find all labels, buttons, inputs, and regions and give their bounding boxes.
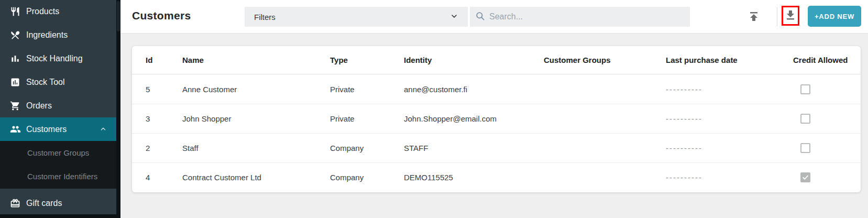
customers-table-card: Id Name Type Identity Customer Groups La… [132, 46, 861, 192]
sidebar-item-label: Orders [26, 101, 52, 111]
search-input[interactable] [489, 12, 667, 21]
sidebar-item-customer-identifiers[interactable]: Customer Identifiers [0, 165, 116, 188]
sidebar-item-label: Customer Identifiers [27, 172, 97, 181]
utensils-crossed-icon [9, 29, 21, 41]
credit-allowed-checkbox[interactable] [800, 172, 810, 182]
sidebar: Products Ingredients Stock Handling Stoc… [0, 0, 116, 218]
upload-button[interactable] [746, 9, 762, 25]
search-box [470, 7, 690, 27]
sidebar-item-label: Gift cards [26, 199, 62, 208]
sidebar-item-ingredients[interactable]: Ingredients [0, 23, 116, 47]
cell-identity: DEMO115525 [404, 173, 544, 182]
cell-last-purchase-date: ---------- [666, 114, 793, 123]
restaurant-icon [9, 6, 21, 17]
column-header-id: Id [146, 56, 182, 64]
cell-id: 4 [146, 173, 182, 182]
filters-dropdown[interactable]: Filters [245, 7, 468, 27]
table-row[interactable]: 2 Staff Company STAFF ---------- [132, 133, 861, 162]
sidebar-item-customers[interactable]: Customers [0, 117, 116, 141]
cell-type: Company [330, 173, 404, 182]
cell-id: 3 [146, 114, 182, 123]
page-title: Customers [132, 9, 191, 22]
cell-type: Private [330, 85, 404, 94]
shopping-cart-icon [9, 100, 21, 112]
sidebar-scrollbar-track[interactable] [116, 0, 120, 218]
people-icon [9, 124, 21, 135]
chevron-up-icon [100, 125, 107, 135]
cell-name: Contract Customer Ltd [182, 173, 330, 182]
sidebar-item-label: Stock Handling [26, 54, 83, 63]
table-row[interactable]: 3 John Shopper Private John.Shopper@emai… [132, 104, 861, 133]
cell-identity: anne@customer.fi [404, 85, 544, 94]
cell-identity: STAFF [404, 144, 544, 152]
table-header-row: Id Name Type Identity Customer Groups La… [132, 46, 861, 74]
add-new-button[interactable]: +ADD NEW [808, 6, 861, 27]
cell-type: Private [330, 114, 404, 123]
bar-chart-icon [9, 53, 21, 64]
sidebar-item-stock-tool[interactable]: Stock Tool [0, 70, 116, 94]
sidebar-item-orders[interactable]: Orders [0, 94, 116, 117]
column-header-identity: Identity [404, 56, 544, 64]
chevron-down-icon [450, 12, 458, 22]
column-header-name: Name [182, 56, 330, 64]
download-icon [784, 9, 797, 23]
download-button[interactable] [783, 8, 798, 24]
cell-id: 2 [146, 144, 182, 152]
gift-card-icon [9, 198, 21, 209]
column-header-customer-groups: Customer Groups [544, 56, 666, 64]
annotation-highlight-box [782, 6, 799, 26]
table-row[interactable]: 5 Anne Customer Private anne@customer.fi… [132, 74, 861, 104]
credit-allowed-checkbox[interactable] [800, 143, 810, 153]
cell-identity: John.Shopper@email.com [404, 114, 544, 123]
topbar: Customers Filters [120, 0, 868, 34]
toolbar-divider [777, 7, 777, 26]
cell-name: Staff [182, 144, 330, 152]
cell-last-purchase-date: ---------- [666, 85, 793, 94]
column-header-credit-allowed: Credit Allowed [793, 56, 861, 64]
filters-label: Filters [254, 13, 276, 21]
sidebar-item-stock-handling[interactable]: Stock Handling [0, 47, 116, 70]
customers-page: Products Ingredients Stock Handling Stoc… [0, 0, 868, 218]
cell-name: John Shopper [182, 114, 330, 123]
sidebar-scrollbar-thumb[interactable] [117, 1, 120, 31]
sidebar-item-label: Stock Tool [26, 78, 65, 87]
sidebar-item-gift-cards[interactable]: Gift cards [0, 191, 116, 215]
sidebar-item-customer-groups[interactable]: Customer Groups [0, 141, 116, 165]
cell-last-purchase-date: ---------- [666, 144, 793, 152]
column-header-type: Type [330, 56, 404, 64]
sidebar-item-label: Customer Groups [27, 148, 89, 157]
sidebar-item-label: Ingredients [26, 30, 68, 40]
sidebar-item-label: Products [26, 7, 59, 16]
cell-id: 5 [146, 85, 182, 94]
column-header-last-purchase-date: Last purchase date [666, 56, 793, 64]
sidebar-item-label: Customers [26, 125, 67, 134]
customers-submenu: Customer Groups Customer Identifiers [0, 141, 116, 189]
cell-name: Anne Customer [182, 85, 330, 94]
search-icon [475, 11, 485, 23]
upload-icon [748, 10, 760, 24]
chart-box-icon [9, 77, 21, 88]
cell-last-purchase-date: ---------- [666, 173, 793, 182]
table-row[interactable]: 4 Contract Customer Ltd Company DEMO1155… [132, 162, 861, 192]
credit-allowed-checkbox[interactable] [800, 114, 810, 124]
cell-type: Company [330, 144, 404, 152]
sidebar-bottom-strip [0, 214, 116, 218]
sidebar-item-products[interactable]: Products [0, 0, 116, 23]
credit-allowed-checkbox[interactable] [800, 84, 810, 94]
